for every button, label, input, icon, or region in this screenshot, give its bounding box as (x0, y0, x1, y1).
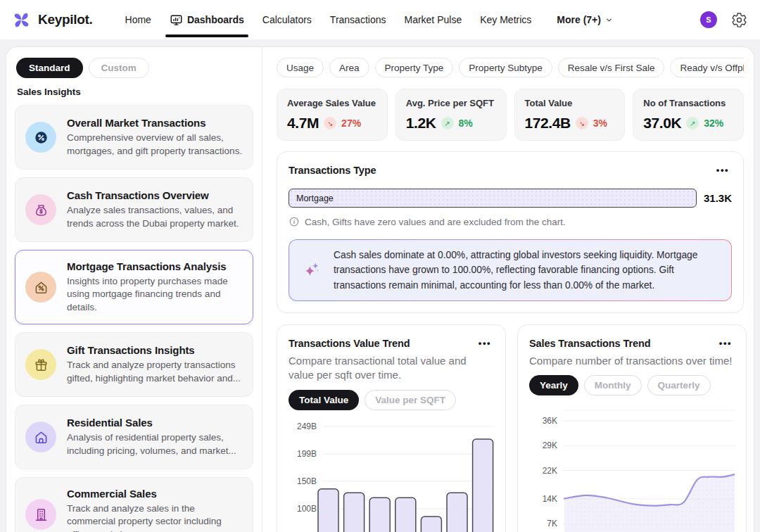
toggle-monthly[interactable]: Monthly (584, 375, 642, 395)
transactions-type-card: Transactions Type ••• Mortgage 31.3K Cas… (277, 151, 744, 313)
user-avatar[interactable]: S (700, 11, 717, 28)
dashboard-mode-tabs: Standard Custom (16, 58, 253, 78)
brand[interactable]: Keypilot. (11, 10, 93, 30)
filter-chip-property-type[interactable]: Property Type (375, 58, 454, 77)
sidebar-item-overall-market-transactions[interactable]: Overall Market TransactionsComprehensive… (15, 105, 253, 170)
kpi-value: 172.4B (525, 115, 571, 132)
sidebar-item-mortgage-transactions-analysis[interactable]: Mortgage Transactions AnalysisInsights i… (15, 250, 253, 324)
sidebar-item-cash-transactions-overview[interactable]: Cash Transactions OverviewAnalyze sales … (15, 177, 253, 242)
svg-text:29K: 29K (543, 441, 557, 451)
svg-text:14K: 14K (543, 494, 557, 504)
svg-text:249B: 249B (297, 422, 317, 431)
percent-badge-icon (25, 122, 56, 153)
kpi-change: 8% (459, 118, 473, 129)
transactions-value-trend-card: Transactions Value Trend ••• Compare tra… (277, 324, 506, 532)
sales-trend-toggles: YearlyMonthlyQuarterly (529, 375, 735, 395)
kpi-card-no-of-transactions: No of Transactions37.0K↗32% (633, 89, 744, 141)
toggle-quarterly[interactable]: Quarterly (647, 375, 711, 395)
svg-text:199B: 199B (297, 449, 317, 459)
mortgage-bar[interactable]: Mortgage (289, 189, 697, 208)
nav-menu: HomeDashboardsCalculatorsTransactionsMar… (125, 9, 700, 31)
filter-chip-ready-v-s-offplan[interactable]: Ready v/s Offplan (670, 58, 744, 77)
kpi-row: Average Sales Value4.7M↘27%Avg. Price pe… (277, 89, 744, 141)
dashboard-item-title: Cash Transactions Overview (67, 189, 243, 201)
content-panel: Standard Custom Sales Insights Overall M… (6, 46, 754, 532)
dashboard-item-description: Track and analyze sales in the commercia… (67, 502, 243, 532)
value-trend-bar-chart: 249B199B150B100B (289, 417, 494, 532)
dashboard-item-description: Track and analyze property transactions … (67, 359, 243, 385)
kpi-label: Average Sales Value (287, 98, 377, 108)
exclusion-note: Cash, Gifts have zero values and are exc… (305, 217, 566, 227)
kpi-card-avg-price-per-sqft: Avg. Price per SQFT1.2K↗8% (395, 89, 507, 141)
sales-transactions-trend-card: Sales Transactions Trend ••• Compare num… (517, 324, 747, 532)
kpi-label: Total Value (525, 98, 615, 108)
kpi-change: 27% (341, 118, 361, 129)
nav-item-dashboards[interactable]: Dashboards (170, 9, 244, 31)
toggle-yearly[interactable]: Yearly (529, 375, 578, 395)
value-trend-menu-icon[interactable]: ••• (476, 336, 494, 350)
sidebar-item-gift-transactions-insights[interactable]: Gift Transactions InsightsTrack and anal… (15, 332, 253, 397)
mortgage-bar-value: 31.3K (704, 192, 732, 204)
brand-name: Keypilot. (38, 12, 93, 27)
trend-down-arrow-icon: ↘ (324, 117, 336, 129)
sales-trend-area-chart: 36K29K22K14K7K (529, 401, 735, 532)
nav-more-menu[interactable]: More (7+) (557, 10, 613, 30)
dashboard-item-description: Analysis of residential property sales, … (67, 431, 243, 457)
filter-chip-resale-v-s-first-sale[interactable]: Resale v/s First Sale (558, 58, 665, 77)
svg-text:150B: 150B (297, 476, 317, 486)
dashboard-item-title: Mortgage Transactions Analysis (67, 260, 243, 272)
home-icon (25, 422, 56, 452)
nav-right: S (700, 11, 747, 28)
value-trend-title: Transactions Value Trend (289, 338, 410, 349)
trend-down-arrow-icon: ↘ (576, 117, 588, 129)
sales-trend-menu-icon[interactable]: ••• (716, 336, 735, 350)
custom-tab[interactable]: Custom (89, 58, 149, 78)
ai-sparkle-icon (302, 260, 322, 281)
dashboard-item-description: Analyze sales transactions, values, and … (67, 204, 243, 230)
value-trend-toggles: Total ValueValue per SQFT (289, 390, 494, 410)
chevron-down-icon (605, 16, 613, 24)
filter-chip-area[interactable]: Area (329, 58, 369, 77)
nav-item-home[interactable]: Home (125, 10, 151, 30)
dashboard-item-description: Comprehensive overview of all sales, mor… (67, 132, 243, 158)
toggle-value-per-sqft[interactable]: Value per SQFT (365, 390, 456, 410)
money-bag-icon (25, 194, 56, 225)
ai-insight-text: Cash sales dominate at 0.00%, attracting… (334, 248, 718, 293)
standard-tab[interactable]: Standard (16, 58, 83, 78)
filter-chip-property-subtype[interactable]: Property Subtype (459, 58, 552, 77)
toggle-total-value[interactable]: Total Value (289, 390, 359, 410)
dashboard-monitor-icon (170, 13, 183, 27)
dashboard-list: Overall Market TransactionsComprehensive… (15, 105, 253, 532)
sales-trend-title: Sales Transactions Trend (529, 338, 650, 349)
nav-item-calculators[interactable]: Calculators (262, 10, 312, 30)
kpi-change: 3% (593, 118, 607, 129)
dashboard-item-title: Commercial Sales (67, 488, 243, 500)
nav-item-transactions[interactable]: Transactions (330, 10, 386, 30)
transactions-type-menu-icon[interactable]: ••• (714, 163, 732, 177)
mortgage-bar-label: Mortgage (296, 194, 334, 203)
dashboard-item-description: Insights into property purchases made us… (67, 275, 243, 314)
kpi-value: 4.7M (287, 115, 319, 132)
settings-gear-icon[interactable] (731, 12, 747, 28)
filter-chips: UsageAreaProperty TypeProperty SubtypeRe… (277, 58, 744, 77)
info-icon (289, 216, 300, 227)
nav-item-key-metrics[interactable]: Key Metrics (480, 10, 531, 30)
kpi-card-average-sales-value: Average Sales Value4.7M↘27% (277, 89, 388, 141)
kpi-value: 37.0K (643, 115, 681, 132)
svg-text:22K: 22K (543, 466, 557, 476)
house-percent-icon (25, 272, 56, 303)
main-content: UsageAreaProperty TypeProperty SubtypeRe… (262, 47, 754, 532)
sales-trend-subtitle: Compare number of transactions over time… (529, 354, 735, 368)
kpi-label: No of Transactions (643, 98, 733, 108)
value-trend-subtitle: Compare transactional total value and va… (289, 354, 494, 383)
filter-chip-usage[interactable]: Usage (277, 58, 324, 77)
svg-text:7K: 7K (547, 519, 557, 529)
trend-up-arrow-icon: ↗ (441, 117, 454, 129)
nav-item-market-pulse[interactable]: Market Pulse (404, 10, 462, 30)
kpi-value: 1.2K (406, 115, 436, 132)
svg-text:36K: 36K (543, 416, 557, 426)
dashboard-item-title: Gift Transactions Insights (67, 344, 243, 356)
sidebar-item-commercial-sales[interactable]: Commercial SalesTrack and analyze sales … (15, 477, 253, 532)
office-building-icon (25, 499, 56, 530)
sidebar-item-residential-sales[interactable]: Residential SalesAnalysis of residential… (15, 405, 253, 469)
